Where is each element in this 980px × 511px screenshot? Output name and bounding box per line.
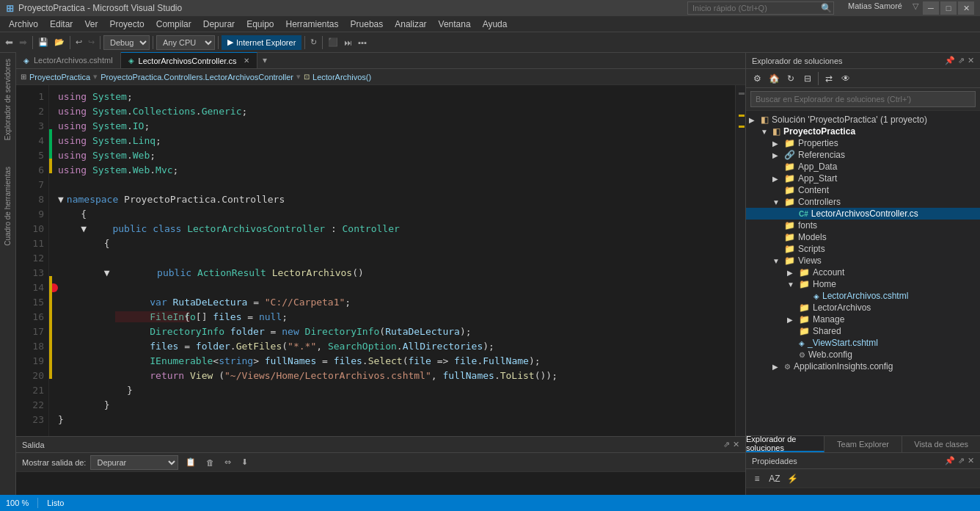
tb-more-btn[interactable]: ▪▪▪ xyxy=(356,37,369,48)
tb-redo-btn[interactable]: ↪ xyxy=(86,36,97,48)
breadcrumb-member[interactable]: LectorArchivos() xyxy=(312,73,371,81)
prop-event-btn[interactable]: ⚡ xyxy=(784,471,800,486)
tree-views[interactable]: ▼ 📁 Views xyxy=(746,255,980,267)
output-scroll-btn[interactable]: ⬇ xyxy=(238,456,251,468)
tree-appinsights[interactable]: ▶ ⚙ ApplicationInsights.config xyxy=(746,360,980,372)
breadcrumb-namespace[interactable]: ProyectoPractica.Controllers.LectorArchi… xyxy=(100,73,293,81)
menu-archivo[interactable]: Archivo xyxy=(3,18,44,31)
output-clear-btn[interactable]: 🗑 xyxy=(203,457,217,468)
tree-appstart[interactable]: ▶ 📁 App_Start xyxy=(746,173,980,184)
output-window-controls[interactable]: ⇗ ✕ xyxy=(723,440,739,449)
tree-lectorarchivos[interactable]: 📁 LectorArchivos xyxy=(746,302,980,314)
prop-float-btn[interactable]: ⇗ xyxy=(958,456,965,465)
breadcrumb-project[interactable]: ProyectoPractica xyxy=(29,73,90,81)
se-search-input[interactable] xyxy=(750,91,976,107)
menu-compilar[interactable]: Compilar xyxy=(150,18,197,31)
prop-pin-btn[interactable]: 📌 xyxy=(945,456,955,465)
tree-manage[interactable]: ▶ 📁 Manage xyxy=(746,314,980,325)
menu-editar[interactable]: Editar xyxy=(44,18,78,31)
window-controls[interactable]: 🔍 Matias Samoré ▽ ─ □ ✕ xyxy=(687,1,974,15)
output-wrap-btn[interactable]: ⇔ xyxy=(222,456,234,468)
tree-project[interactable]: ▼ ◧ ProyectoPractica xyxy=(746,126,980,137)
se-window-controls[interactable]: 📌 ⇗ ✕ xyxy=(945,56,974,65)
se-close-btn[interactable]: ✕ xyxy=(968,56,974,65)
se-tb-properties-btn[interactable]: ⚙ xyxy=(749,71,765,86)
tb-save-btn[interactable]: 💾 xyxy=(36,36,51,48)
se-tab-teamexplorer[interactable]: Team Explorer xyxy=(824,436,903,452)
output-copy-btn[interactable]: 📋 xyxy=(183,456,199,468)
prop-close-btn[interactable]: ✕ xyxy=(968,456,974,465)
tree-shared[interactable]: 📁 Shared xyxy=(746,325,980,337)
tree-properties[interactable]: ▶ 📁 Properties xyxy=(746,137,980,149)
tree-account[interactable]: ▶ 📁 Account xyxy=(746,267,980,278)
close-btn[interactable]: ✕ xyxy=(958,1,974,15)
code-line-11: { xyxy=(58,236,729,251)
minimize-btn[interactable]: ─ xyxy=(923,1,939,15)
code-editor[interactable]: 1 2 3 4 5 6 7 8 9 10 11 12 13 14 15 16 1… xyxy=(16,85,745,436)
tree-viewstart[interactable]: ◈ _ViewStart.cshtml xyxy=(746,337,980,349)
se-title: Explorador de soluciones xyxy=(752,57,843,65)
right-panel: Explorador de soluciones 📌 ⇗ ✕ ⚙ 🏠 ↻ ⊟ ⇄… xyxy=(745,53,980,511)
quick-launch-input[interactable] xyxy=(687,1,834,15)
tb-breakpoints-btn[interactable]: ⬛ xyxy=(326,36,340,48)
tree-lectorcontroller[interactable]: C# LectorArchivosController.cs xyxy=(746,208,980,220)
tb-step-btn[interactable]: ⏭ xyxy=(342,37,354,48)
menu-ayuda[interactable]: Ayuda xyxy=(477,18,513,31)
tree-solution[interactable]: ▶ ◧ Solución 'ProyectoPractica' (1 proye… xyxy=(746,114,980,126)
tb-back-btn[interactable]: ⬅ xyxy=(3,35,15,49)
menu-analizar[interactable]: Analizar xyxy=(389,18,432,31)
tb-refresh-btn[interactable]: ↻ xyxy=(308,36,319,48)
se-tab-clases[interactable]: Vista de clases xyxy=(902,436,980,452)
sidebar-servers-tab[interactable]: Explorador de servidores xyxy=(2,53,13,146)
tb-undo-btn[interactable]: ↩ xyxy=(73,36,84,48)
tab-close-btn[interactable]: ✕ xyxy=(244,57,249,65)
tree-webconfig[interactable]: ⚙ Web.config xyxy=(746,349,980,360)
se-tb-filter-btn[interactable]: ⇄ xyxy=(821,71,837,86)
se-tb-refresh-btn[interactable]: ↻ xyxy=(783,71,799,86)
tab-lectorarchivos[interactable]: ◈ LectorArchivos.cshtml xyxy=(16,52,121,68)
tb-open-btn[interactable]: 📂 xyxy=(52,36,67,48)
se-tb-showall-btn[interactable]: 👁 xyxy=(838,71,854,86)
debug-mode-select[interactable]: Debug xyxy=(103,35,150,50)
se-tb-collapse-btn[interactable]: ⊟ xyxy=(800,71,816,86)
menu-depurar[interactable]: Depurar xyxy=(197,18,241,31)
output-float-btn[interactable]: ⇗ xyxy=(723,440,730,449)
se-tb-home-btn[interactable]: 🏠 xyxy=(766,71,782,86)
maximize-btn[interactable]: □ xyxy=(940,1,957,15)
tree-scripts[interactable]: 📁 Scripts xyxy=(746,243,980,255)
tb-forward-btn[interactable]: ➡ xyxy=(17,35,29,49)
quick-launch-area[interactable]: 🔍 xyxy=(687,1,832,15)
platform-select[interactable]: Any CPU xyxy=(156,35,215,50)
sidebar-toolbox-tab[interactable]: Cuadro de herramientas xyxy=(2,161,13,252)
output-source-select[interactable]: Depurar xyxy=(90,455,178,470)
tree-controllers[interactable]: ▼ 📁 Controllers xyxy=(746,196,980,208)
tree-home[interactable]: ▼ 📁 Home xyxy=(746,278,980,290)
se-float-btn[interactable]: ⇗ xyxy=(958,56,965,65)
output-close-btn[interactable]: ✕ xyxy=(733,440,739,449)
menu-ver[interactable]: Ver xyxy=(78,18,103,31)
se-pin-btn[interactable]: 📌 xyxy=(945,56,955,65)
prop-alpha-btn[interactable]: AZ xyxy=(767,471,783,486)
output-panel: Salida ⇗ ✕ Mostrar salida de: Depurar 📋 … xyxy=(16,436,745,495)
prop-categorized-btn[interactable]: ≡ xyxy=(749,471,765,486)
tree-models[interactable]: 📁 Models xyxy=(746,231,980,243)
prop-controls[interactable]: 📌 ⇗ ✕ xyxy=(945,456,974,465)
run-btn[interactable]: ▶ Internet Explorer xyxy=(222,35,301,50)
tree-appdata[interactable]: 📁 App_Data xyxy=(746,161,980,173)
tab-overflow-btn[interactable]: ▾ xyxy=(257,52,272,68)
menu-herramientas[interactable]: Herramientas xyxy=(280,18,345,31)
menu-proyecto[interactable]: Proyecto xyxy=(103,18,150,31)
tree-fonts[interactable]: 📁 fonts xyxy=(746,220,980,231)
tree-lectorcshtml[interactable]: ◈ LectorArchivos.cshtml xyxy=(746,290,980,302)
tab-controller[interactable]: ◈ LectorArchivosController.cs ✕ xyxy=(121,52,258,68)
code-content[interactable]: using System; using System.Collections.G… xyxy=(52,85,735,436)
menu-equipo[interactable]: Equipo xyxy=(241,18,279,31)
viewstart-icon: ◈ xyxy=(799,339,805,347)
menu-pruebas[interactable]: Pruebas xyxy=(345,18,390,31)
menu-ventana[interactable]: Ventana xyxy=(433,18,477,31)
tree-content[interactable]: 📁 Content xyxy=(746,184,980,196)
tree-referencias[interactable]: ▶ 🔗 Referencias xyxy=(746,149,980,161)
se-tab-solutions[interactable]: Explorador de soluciones xyxy=(746,436,824,452)
scroll-indicator[interactable] xyxy=(735,85,745,436)
folder-shared-icon: 📁 xyxy=(799,326,810,336)
